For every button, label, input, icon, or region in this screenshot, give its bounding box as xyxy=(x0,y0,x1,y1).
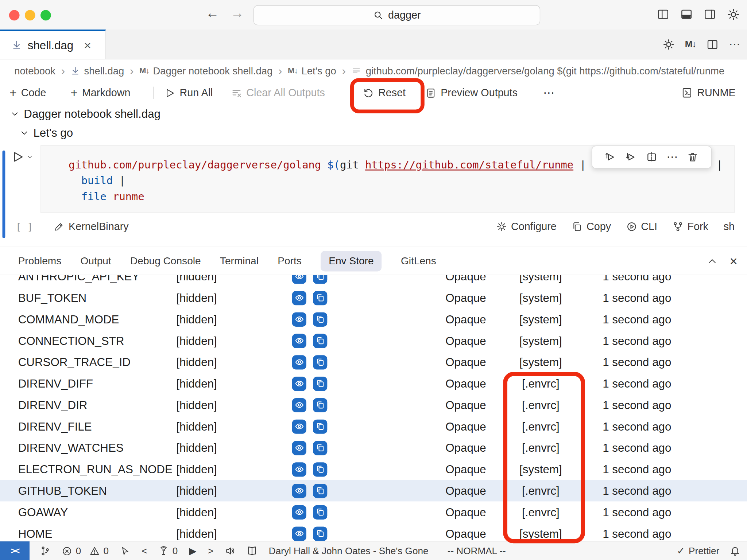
execute-below-icon[interactable] xyxy=(626,151,637,163)
reveal-value-button[interactable] xyxy=(292,505,306,519)
maximize-window-button[interactable] xyxy=(40,10,51,20)
runme-button[interactable]: RUNME xyxy=(681,82,735,104)
tab-shell-dag[interactable]: shell.dag × xyxy=(0,30,106,59)
split-editor-icon[interactable] xyxy=(707,38,719,50)
toggle-sidebar-icon[interactable] xyxy=(656,7,670,22)
fork-button[interactable]: Fork xyxy=(673,221,708,233)
breadcrumb-item-file[interactable]: shell.dag xyxy=(71,65,124,76)
chevron-down-icon[interactable] xyxy=(27,154,33,160)
execute-above-icon[interactable] xyxy=(605,151,616,163)
add-markdown-cell-button[interactable]: + Markdown xyxy=(70,82,130,104)
remote-indicator[interactable]: >< xyxy=(0,541,30,560)
reveal-value-button[interactable] xyxy=(292,462,306,477)
close-tab-icon[interactable]: × xyxy=(84,39,91,51)
add-code-cell-button[interactable]: + Code xyxy=(9,82,46,104)
chevron-down-icon[interactable] xyxy=(11,109,19,118)
breadcrumb-item-notebook-title[interactable]: M↓ Dagger notebook shell.dag xyxy=(139,65,272,76)
panel-tab-ports[interactable]: Ports xyxy=(278,255,302,267)
prettier-status[interactable]: ✓ Prettier xyxy=(677,545,720,556)
next-track-icon[interactable]: > xyxy=(208,545,213,556)
breadcrumb-item-notebook[interactable]: notebook xyxy=(14,65,55,76)
copy-value-button[interactable] xyxy=(313,334,327,348)
reveal-value-button[interactable] xyxy=(292,526,306,541)
cell-language-label[interactable]: sh xyxy=(724,221,735,233)
forward-icon[interactable]: → xyxy=(231,6,244,21)
vim-mode-indicator[interactable]: -- NORMAL -- xyxy=(448,545,506,556)
table-row[interactable]: CURSOR_TRACE_ID [hidden] Opaque [system]… xyxy=(0,351,747,373)
table-row[interactable]: DIRENV_DIR [hidden] Opaque [.envrc] 1 se… xyxy=(0,394,747,416)
copy-value-button[interactable] xyxy=(313,462,327,477)
configure-button[interactable]: Configure xyxy=(496,221,557,233)
table-row[interactable]: ANTHROPIC_API_KEY [hidden] Opaque [syste… xyxy=(0,275,747,287)
table-row[interactable]: DIRENV_WATCHES [hidden] Opaque [.envrc] … xyxy=(0,437,747,459)
table-row[interactable]: COMMAND_MODE [hidden] Opaque [system] 1 … xyxy=(0,308,747,330)
back-icon[interactable]: ← xyxy=(206,6,219,21)
reset-button[interactable]: Reset xyxy=(363,82,406,104)
table-row[interactable]: DIRENV_FILE [hidden] Opaque [.envrc] 1 s… xyxy=(0,416,747,437)
copy-value-button[interactable] xyxy=(313,275,327,284)
code-link[interactable]: https://github.com/stateful/runme xyxy=(365,159,573,171)
notifications-bell-icon[interactable] xyxy=(730,546,740,556)
table-row[interactable]: BUF_TOKEN [hidden] Opaque [system] 1 sec… xyxy=(0,287,747,309)
panel-close-icon[interactable]: × xyxy=(729,255,737,268)
copy-value-button[interactable] xyxy=(313,291,327,305)
reveal-value-button[interactable] xyxy=(292,376,306,390)
ports-status[interactable]: 0 xyxy=(159,545,178,556)
reveal-value-button[interactable] xyxy=(292,441,306,455)
play-track-icon[interactable]: ▶ xyxy=(189,545,197,556)
kernel-selector[interactable]: KernelBinary xyxy=(54,221,129,233)
markdown-export-icon[interactable]: M↓ xyxy=(685,39,696,50)
notebook-heading-1[interactable]: Dagger notebook shell.dag xyxy=(0,104,160,124)
reveal-value-button[interactable] xyxy=(292,398,306,412)
table-row[interactable]: DIRENV_DIFF [hidden] Opaque [.envrc] 1 s… xyxy=(0,373,747,394)
table-row[interactable]: GITHUB_TOKEN [hidden] Opaque [.envrc] 1 … xyxy=(0,480,747,502)
toggle-secondary-sidebar-icon[interactable] xyxy=(703,7,717,22)
breadcrumb-item-section[interactable]: M↓ Let's go xyxy=(288,65,336,76)
copy-value-button[interactable] xyxy=(313,505,327,519)
run-all-button[interactable]: Run All xyxy=(165,82,213,104)
copy-value-button[interactable] xyxy=(313,398,327,412)
reveal-value-button[interactable] xyxy=(292,334,306,348)
copy-value-button[interactable] xyxy=(313,441,327,455)
prev-track-icon[interactable]: < xyxy=(142,545,147,556)
volume-icon[interactable] xyxy=(225,546,236,556)
copy-button[interactable]: Copy xyxy=(572,221,611,233)
split-cell-icon[interactable] xyxy=(646,151,657,163)
reveal-value-button[interactable] xyxy=(292,275,306,284)
cell-more-actions-icon[interactable]: ⋯ xyxy=(666,151,678,163)
minimize-window-button[interactable] xyxy=(25,10,35,20)
panel-tab-terminal[interactable]: Terminal xyxy=(220,255,259,267)
toolbar-more-actions-icon[interactable]: ⋯ xyxy=(543,82,554,104)
cursor-position-icon[interactable] xyxy=(120,546,130,556)
breadcrumb-item-code[interactable]: github.com/purpleclay/daggerverse/golang… xyxy=(366,65,747,76)
cli-button[interactable]: CLI xyxy=(626,221,657,233)
run-cell-button[interactable] xyxy=(11,151,33,163)
panel-tab-debug-console[interactable]: Debug Console xyxy=(130,255,201,267)
chevron-down-icon[interactable] xyxy=(20,129,29,137)
delete-cell-icon[interactable] xyxy=(687,151,698,163)
notebook-heading-2[interactable]: Let's go xyxy=(0,123,73,143)
reveal-value-button[interactable] xyxy=(292,483,306,498)
toggle-panel-icon[interactable] xyxy=(679,7,693,22)
reveal-value-button[interactable] xyxy=(292,312,306,326)
reader-icon[interactable] xyxy=(247,546,258,556)
preview-outputs-button[interactable]: Preview Outputs xyxy=(425,82,518,104)
reveal-value-button[interactable] xyxy=(292,419,306,433)
copy-value-button[interactable] xyxy=(313,526,327,541)
copy-value-button[interactable] xyxy=(313,419,327,433)
close-window-button[interactable] xyxy=(9,10,20,20)
editor-more-actions-icon[interactable]: ⋯ xyxy=(729,39,740,50)
notebook-settings-gear-icon[interactable] xyxy=(662,38,674,50)
now-playing-track[interactable]: Daryl Hall & John Oates - She's Gone xyxy=(269,545,429,556)
copy-value-button[interactable] xyxy=(313,376,327,390)
panel-tab-output[interactable]: Output xyxy=(80,255,111,267)
reveal-value-button[interactable] xyxy=(292,291,306,305)
copy-value-button[interactable] xyxy=(313,312,327,326)
table-row[interactable]: CONNECTION_STR [hidden] Opaque [system] … xyxy=(0,330,747,351)
problems-status[interactable]: 0 0 xyxy=(62,545,109,556)
command-center-search[interactable]: dagger xyxy=(253,5,540,25)
panel-tab-problems[interactable]: Problems xyxy=(18,255,62,267)
copy-value-button[interactable] xyxy=(313,355,327,369)
panel-tab-env-store[interactable]: Env Store xyxy=(321,251,382,271)
copy-value-button[interactable] xyxy=(313,483,327,498)
